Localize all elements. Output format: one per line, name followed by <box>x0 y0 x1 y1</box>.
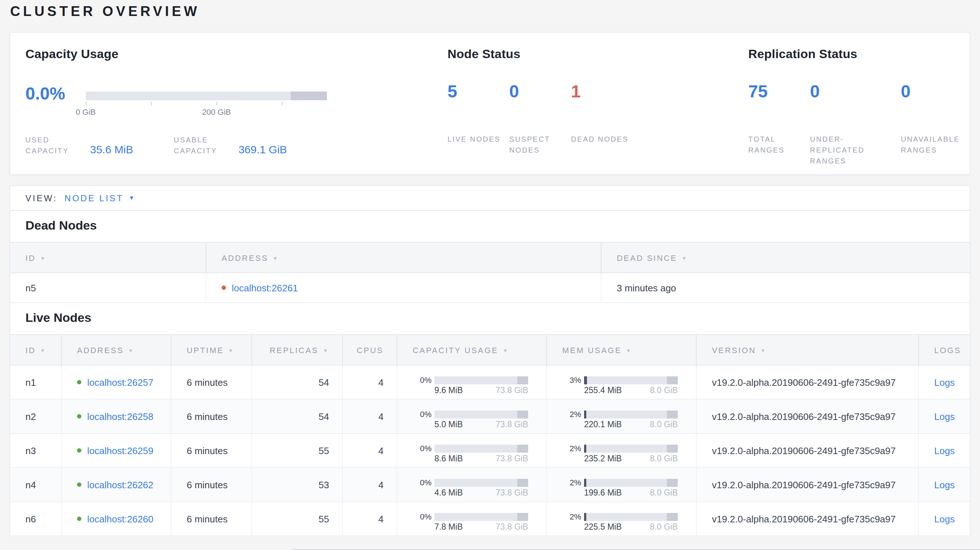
live-node-address-link[interactable]: localhost:26258 <box>87 411 153 422</box>
under-replicated-stat: 0 UNDER-REPLICATED RANGES <box>810 81 901 166</box>
live-nodes-table-body: n1 localhost:26257 6 minutes 54 4 0% <box>10 366 970 536</box>
suspect-nodes-label: SUSPECT NODES <box>509 134 567 156</box>
live-col-mem-usage[interactable]: MEM USAGE ▼ <box>547 335 697 365</box>
dead-nodes-label: DEAD NODES <box>571 134 629 145</box>
sort-caret-icon: ▼ <box>40 347 46 353</box>
dead-col-address[interactable]: ADDRESS ▼ <box>206 243 601 272</box>
live-nodes-count: 5 <box>447 81 509 102</box>
live-node-logs-cell: Logs <box>919 468 970 501</box>
live-col-uptime[interactable]: UPTIME ▼ <box>172 335 252 365</box>
live-node-version: v19.2.0-alpha.20190606-2491-gfe735c9a97 <box>697 366 919 399</box>
capacity-total-value: 73.8 GiB <box>496 522 528 531</box>
capacity-bar-cap-segment <box>517 410 528 418</box>
mem-bar-cap-segment <box>667 376 678 384</box>
capacity-total-value: 73.8 GiB <box>496 454 528 463</box>
mem-usage-percent: 2% <box>562 478 581 487</box>
capacity-total-value: 73.8 GiB <box>496 488 528 497</box>
mem-usage-bar <box>584 376 678 384</box>
mem-usage-bar <box>584 444 678 452</box>
live-node-address-cell: localhost:26260 <box>62 502 172 536</box>
live-col-capacity-usage[interactable]: CAPACITY USAGE ▼ <box>398 335 547 365</box>
dead-node-address-cell: localhost:26261 <box>206 273 601 302</box>
live-node-logs-cell: Logs <box>919 400 970 433</box>
logs-link[interactable]: Logs <box>934 377 955 388</box>
logs-link[interactable]: Logs <box>934 445 955 456</box>
cluster-overview-page: CLUSTER OVERVIEW Capacity Usage 0.0% 0 G… <box>0 4 980 550</box>
live-node-id: n3 <box>10 434 62 467</box>
view-bar: VIEW: NODE LIST ▼ <box>10 186 970 211</box>
sort-caret-icon: ▼ <box>40 255 46 261</box>
mem-usage-bar <box>584 478 678 486</box>
live-col-replicas[interactable]: REPLICAS ▼ <box>252 335 343 365</box>
capacity-used-value: 4.6 MiB <box>434 488 463 497</box>
replication-status-heading: Replication Status <box>748 47 857 62</box>
live-node-address-link[interactable]: localhost:26260 <box>87 513 153 524</box>
capacity-bar-cap-segment <box>517 444 528 452</box>
dead-nodes-table: ID ▼ ADDRESS ▼ DEAD SINCE ▼ n5 <box>10 242 970 303</box>
used-capacity-value: 35.6 MiB <box>90 143 133 156</box>
live-col-address[interactable]: ADDRESS ▼ <box>62 335 172 365</box>
capacity-used-value: 8.6 MiB <box>434 454 463 463</box>
node-status-heading: Node Status <box>447 47 520 62</box>
live-status-dot-icon <box>77 414 81 418</box>
capacity-used-value: 5.0 MiB <box>434 420 463 429</box>
mem-bar-cap-segment <box>667 410 678 418</box>
capacity-bar-cap-segment <box>291 92 327 100</box>
mem-usage-percent: 2% <box>562 512 581 521</box>
live-node-address-link[interactable]: localhost:26259 <box>87 445 153 456</box>
mem-bar-fill <box>584 478 586 486</box>
view-mode-dropdown[interactable]: NODE LIST ▼ <box>65 193 135 203</box>
live-node-version: v19.2.0-alpha.20190606-2491-gfe735c9a97 <box>697 434 919 467</box>
live-nodes-label: LIVE NODES <box>447 134 506 145</box>
mem-used-value: 220.1 MiB <box>584 420 622 429</box>
dead-node-address-link[interactable]: localhost:26261 <box>232 282 298 293</box>
live-nodes-table-header: ID ▼ ADDRESS ▼ UPTIME ▼ REPLICAS ▼ CPUS <box>10 334 970 366</box>
live-node-mem-usage-cell: 2% 199.6 MiB 8.0 GiB <box>547 468 697 501</box>
unavailable-ranges-stat: 0 UNAVAILABLE RANGES <box>901 81 974 166</box>
dead-col-dead-since[interactable]: DEAD SINCE ▼ <box>601 243 970 272</box>
mem-used-value: 199.6 MiB <box>584 488 622 497</box>
live-node-replicas: 54 <box>252 400 343 433</box>
under-replicated-label: UNDER-REPLICATED RANGES <box>810 134 874 166</box>
usable-capacity-pair: USABLE CAPACITY 369.1 GiB <box>173 134 286 156</box>
unavailable-ranges-label: UNAVAILABLE RANGES <box>901 134 970 156</box>
usable-capacity-label: USABLE CAPACITY <box>173 134 226 156</box>
logs-link[interactable]: Logs <box>934 479 955 490</box>
capacity-used-value: 7.8 MiB <box>434 522 463 531</box>
live-node-address-link[interactable]: localhost:26257 <box>87 377 153 388</box>
live-nodes-heading: Live Nodes <box>10 303 970 334</box>
logs-link[interactable]: Logs <box>934 513 955 524</box>
live-node-replicas: 55 <box>252 434 343 467</box>
sort-caret-icon: ▼ <box>228 347 234 353</box>
live-col-cpus[interactable]: CPUS <box>343 335 398 365</box>
dead-col-id[interactable]: ID ▼ <box>10 243 206 272</box>
capacity-usage-percent: 0% <box>413 410 431 418</box>
live-node-cpus: 4 <box>343 400 398 433</box>
live-nodes-stat: 5 LIVE NODES <box>447 81 509 156</box>
live-node-row: n1 localhost:26257 6 minutes 54 4 0% <box>10 366 970 400</box>
capacity-usage-widget: 0% 4.6 MiB 73.8 GiB <box>413 472 528 497</box>
live-node-id: n4 <box>10 468 62 501</box>
live-col-version[interactable]: VERSION ▼ <box>697 335 919 365</box>
live-col-id[interactable]: ID ▼ <box>10 335 62 365</box>
live-status-dot-icon <box>77 380 81 384</box>
capacity-usage-percent: 0% <box>413 444 431 453</box>
capacity-usage-bar <box>434 478 528 486</box>
live-nodes-table: ID ▼ ADDRESS ▼ UPTIME ▼ REPLICAS ▼ CPUS <box>10 334 970 536</box>
logs-link[interactable]: Logs <box>934 411 955 422</box>
mem-usage-percent: 2% <box>562 444 581 453</box>
mem-total-value: 8.0 GiB <box>650 420 678 429</box>
capacity-usage-widget: 0% 9.6 MiB 73.8 GiB <box>413 370 528 394</box>
live-status-dot-icon <box>77 517 81 521</box>
capacity-usage-widget: 0% 7.8 MiB 73.8 GiB <box>413 506 528 531</box>
live-node-address-link[interactable]: localhost:26262 <box>87 479 153 490</box>
replication-stats: 75 TOTAL RANGES 0 UNDER-REPLICATED RANGE… <box>748 81 974 166</box>
live-node-cpus: 4 <box>343 468 398 501</box>
mem-used-value: 255.4 MiB <box>584 386 622 394</box>
suspect-nodes-stat: 0 SUSPECT NODES <box>509 81 571 156</box>
mem-total-value: 8.0 GiB <box>650 386 678 394</box>
live-node-uptime: 6 minutes <box>172 366 252 399</box>
used-capacity-label: USED CAPACITY <box>25 134 78 156</box>
suspect-nodes-count: 0 <box>509 81 571 102</box>
live-node-cpus: 4 <box>343 434 398 467</box>
